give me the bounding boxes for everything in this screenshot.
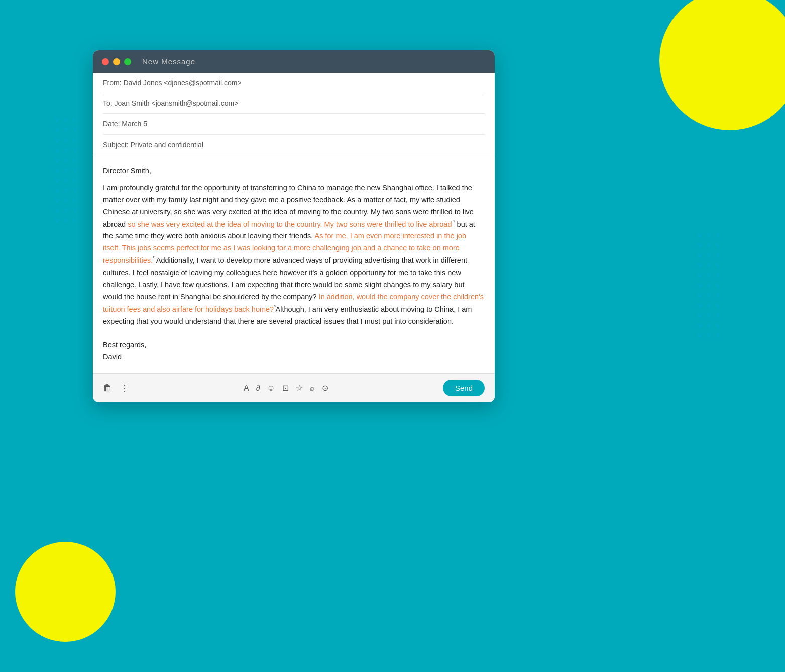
email-body[interactable]: Director Smith, I am profoundly grateful… bbox=[93, 155, 495, 373]
from-field: From: David Jones <djones@spotmail.com> bbox=[103, 73, 485, 93]
email-toolbar: 🗑 ⋮ A ∂ ☺ ⊡ ☆ ⌕ ⊙ Send bbox=[93, 373, 495, 402]
search-icon[interactable]: ⌕ bbox=[310, 384, 315, 393]
emoji-icon[interactable]: ☺ bbox=[267, 384, 275, 393]
close-button[interactable] bbox=[102, 58, 109, 65]
date-field: Date: March 5 bbox=[103, 114, 485, 135]
window-controls bbox=[102, 58, 131, 65]
toolbar-center: A ∂ ☺ ⊡ ☆ ⌕ ⊙ bbox=[244, 383, 328, 393]
attach-icon[interactable]: ∂ bbox=[256, 384, 260, 393]
body-text-orange-1: so she was very excited at the idea of m… bbox=[126, 220, 452, 228]
signature: Best regards, David bbox=[103, 339, 485, 363]
camera-icon[interactable]: ⊙ bbox=[322, 383, 328, 393]
greeting: Director Smith, bbox=[103, 165, 485, 177]
font-icon[interactable]: A bbox=[244, 384, 249, 393]
decorative-circle-top-right bbox=[659, 0, 785, 130]
send-button[interactable]: Send bbox=[443, 380, 485, 396]
email-header: From: David Jones <djones@spotmail.com> … bbox=[93, 73, 495, 155]
to-field: To: Joan Smith <joansmith@spotmail.com> bbox=[103, 93, 485, 114]
subject-field: Subject: Private and confidential bbox=[103, 135, 485, 155]
image-icon[interactable]: ⊡ bbox=[282, 383, 289, 393]
decorative-circle-bottom-left bbox=[15, 542, 116, 642]
title-bar: New Message bbox=[93, 50, 495, 73]
checkmarks-left: vvv vvv vvv vvv vvv vvv vvv vvv vvv vvv … bbox=[55, 115, 77, 224]
email-window: New Message From: David Jones <djones@sp… bbox=[93, 50, 495, 402]
checkmarks-right: vvv vvv vvv vvv vvv vvv vvv vvv vvv vvv … bbox=[698, 231, 720, 339]
delete-icon[interactable]: 🗑 bbox=[103, 383, 112, 393]
window-title: New Message bbox=[142, 57, 195, 66]
body-paragraph: I am profoundly grateful for the opportu… bbox=[103, 182, 485, 328]
minimize-button[interactable] bbox=[113, 58, 120, 65]
more-options-icon[interactable]: ⋮ bbox=[120, 383, 129, 394]
star-icon[interactable]: ☆ bbox=[296, 383, 303, 393]
signature-line1: Best regards, bbox=[103, 339, 485, 351]
signature-line2: David bbox=[103, 351, 485, 363]
toolbar-left: 🗑 ⋮ bbox=[103, 383, 129, 394]
maximize-button[interactable] bbox=[124, 58, 131, 65]
